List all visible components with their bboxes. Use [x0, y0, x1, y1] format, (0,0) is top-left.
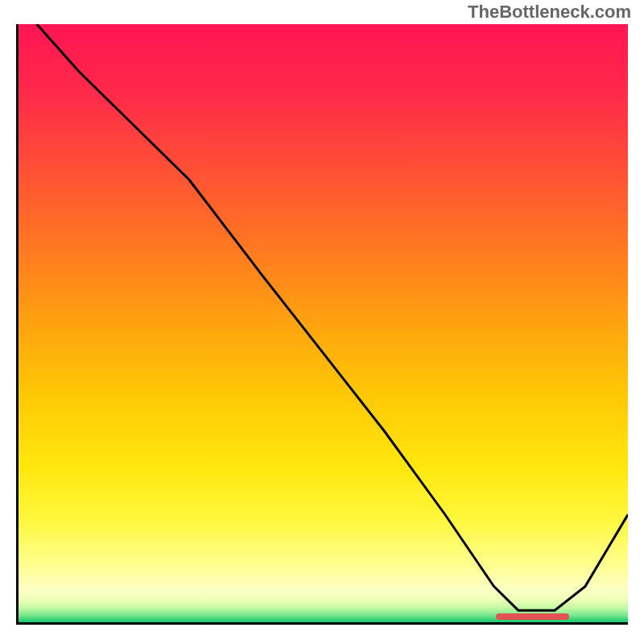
chart-marker-bar [496, 613, 569, 620]
chart-plot-area [16, 24, 628, 625]
watermark-text: TheBottleneck.com [468, 2, 631, 23]
chart-line-series [19, 24, 628, 622]
